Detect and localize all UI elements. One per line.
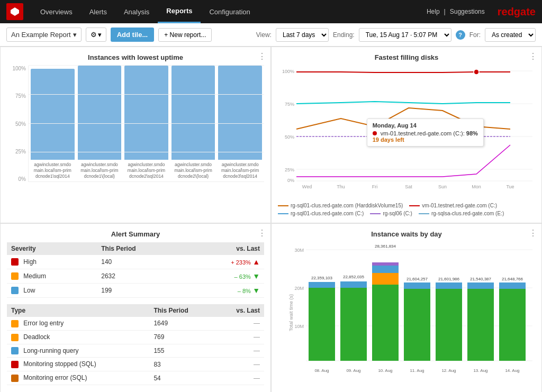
nav-alerts[interactable]: Alerts	[81, 0, 115, 23]
type-dot-1	[11, 320, 19, 327]
ending-select[interactable]: Tue, 15 Aug 17 · 5:07 PM	[359, 28, 451, 42]
for-label: For:	[469, 31, 481, 39]
alert-summary-title: Alert Summary	[7, 230, 264, 238]
severity-dot-high	[11, 258, 19, 266]
type-monitoring-error: Monitoring error (SQL)	[7, 371, 149, 385]
bar-3	[124, 66, 168, 160]
new-report-button[interactable]: + New report...	[158, 28, 212, 42]
svg-rect-26	[309, 288, 335, 361]
tile-menu-uptime[interactable]: ⋮	[258, 51, 266, 61]
svg-text:Tue: Tue	[506, 184, 514, 189]
table-row: Low 199 – 8% ▼	[7, 284, 264, 298]
high-period: 140	[97, 255, 186, 269]
tooltip-instance: vm-01.testnet.red-gate.com (C:): 98%	[373, 130, 478, 136]
uptime-chart-title: Instances with lowest uptime	[7, 53, 264, 61]
svg-text:Wed: Wed	[302, 184, 312, 189]
svg-text:30M: 30M	[294, 248, 304, 253]
table-row: Medium 2632 – 63% ▼	[7, 269, 264, 284]
arrow-down-icon: ▼	[252, 286, 260, 295]
tile-menu-waits[interactable]: ⋮	[529, 228, 537, 238]
svg-text:Thu: Thu	[337, 184, 345, 189]
svg-rect-34	[372, 285, 399, 361]
svg-text:25%: 25%	[285, 167, 294, 172]
low-period: 199	[97, 284, 186, 298]
bar-1	[31, 69, 75, 160]
severity-dot-low	[11, 287, 19, 294]
type-col-header: Type	[7, 304, 149, 317]
table-row: High 140 + 233% ▲	[7, 255, 264, 269]
arrow-up-icon: ▲	[252, 258, 260, 266]
svg-rect-27	[309, 282, 335, 288]
tile-menu-alerts[interactable]: ⋮	[258, 228, 266, 238]
nav-overviews[interactable]: Overviews	[32, 0, 81, 23]
for-select[interactable]: As created	[485, 28, 536, 42]
type-deadlock: Deadlock	[7, 330, 149, 344]
legend-color-5	[419, 213, 429, 214]
svg-point-17	[474, 69, 479, 75]
tooltip-detail: 19 days left	[373, 136, 478, 143]
tooltip-dot	[373, 131, 377, 135]
bar-4	[171, 66, 215, 160]
svg-text:09. Aug: 09. Aug	[346, 368, 360, 373]
add-tile-button[interactable]: Add tile...	[111, 28, 155, 42]
svg-rect-53	[499, 282, 526, 289]
chevron-down-icon: ▾	[98, 31, 102, 39]
top-navigation: Overviews Alerts Analysis Reports Config…	[0, 0, 542, 23]
bar-5	[218, 66, 262, 160]
svg-text:10. Aug: 10. Aug	[378, 368, 392, 373]
type-long-query: Long-running query	[7, 344, 149, 358]
toolbar: An Example Report ▾ ⚙ ▾ Add tile... + Ne…	[0, 23, 542, 47]
severity-medium: Medium	[7, 269, 97, 284]
severity-high: High	[7, 255, 97, 269]
suggestions-link[interactable]: Suggestions	[450, 8, 485, 15]
bar-col-4: agwincluster.smdomain.local\sm-primdcnod…	[171, 66, 215, 179]
svg-text:50%: 50%	[285, 134, 294, 140]
type-dot-2	[11, 334, 19, 341]
legend-item-1: rg-sql01-clus.red-gate.com (HarddiskVolu…	[278, 203, 403, 208]
help-icon[interactable]: ?	[456, 30, 465, 40]
svg-rect-48	[467, 289, 494, 361]
bar-label-2: agwincluster.smdomain.local\sm-primdcnod…	[80, 162, 118, 179]
bar-col-5: agwincluster.smdomain.local\sm-primdcnod…	[218, 66, 262, 179]
nav-configuration[interactable]: Configuration	[201, 0, 258, 23]
nav-reports[interactable]: Reports	[158, 0, 201, 23]
svg-text:21,540,387: 21,540,387	[470, 277, 492, 281]
toolbar-right: View: Last 7 days Ending: Tue, 15 Aug 17…	[256, 28, 536, 42]
severity-low: Low	[7, 284, 97, 298]
svg-text:Sun: Sun	[438, 184, 447, 189]
legend-color-1	[278, 205, 288, 206]
svg-rect-36	[372, 266, 399, 273]
type-vs-header: vs. Last	[215, 304, 264, 317]
alert-summary-tile: ⋮ Alert Summary Severity This Period vs.…	[0, 223, 271, 392]
svg-rect-31	[340, 281, 367, 288]
report-selector[interactable]: An Example Report ▾	[6, 28, 82, 42]
svg-text:12. Aug: 12. Aug	[441, 368, 456, 373]
type-period-header: This Period	[149, 304, 215, 317]
view-select[interactable]: Last 7 days	[276, 28, 329, 42]
svg-rect-37	[372, 262, 399, 266]
svg-text:21,604,257: 21,604,257	[406, 277, 428, 281]
svg-text:20M: 20M	[294, 286, 304, 291]
svg-text:21,648,766: 21,648,766	[502, 277, 523, 281]
help-link[interactable]: Help	[427, 8, 440, 15]
type-monitoring-stopped: Monitoring stopped (SQL)	[7, 358, 149, 371]
logo[interactable]	[6, 3, 23, 20]
brand-logo: redgate	[498, 6, 536, 18]
svg-text:Sat: Sat	[405, 184, 412, 189]
svg-text:100%: 100%	[282, 69, 294, 74]
type-table: Type This Period vs. Last Error log entr…	[7, 304, 264, 385]
view-label: View:	[256, 31, 272, 39]
bar-col-2: agwincluster.smdomain.local\sm-primdcnod…	[78, 66, 122, 179]
type-dot-5	[11, 375, 19, 382]
svg-text:22,359,103: 22,359,103	[311, 276, 333, 280]
gear-button[interactable]: ⚙ ▾	[86, 28, 106, 42]
legend-item-2: vm-01.testnet.red-gate.com (C:)	[409, 203, 497, 208]
col-header-vs: vs. Last	[186, 242, 264, 255]
disks-legend: rg-sql01-clus.red-gate.com (HarddiskVolu…	[278, 203, 535, 216]
low-vs: – 8% ▼	[186, 284, 264, 298]
tile-menu-disks[interactable]: ⋮	[529, 51, 537, 61]
nav-analysis[interactable]: Analysis	[115, 0, 158, 23]
svg-text:22,852,035: 22,852,035	[343, 275, 365, 279]
svg-rect-35	[372, 273, 399, 285]
disks-chart-title: Fastest filling disks	[278, 53, 535, 61]
